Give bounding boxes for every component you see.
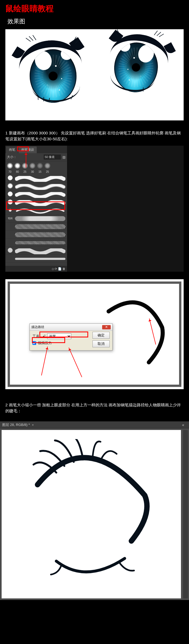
tool-select[interactable]: 画笔 bbox=[47, 333, 71, 339]
arrow-annotation bbox=[26, 152, 26, 168]
document-tab-title[interactable]: 图层 28, RGB/8) * bbox=[2, 422, 30, 427]
brush-toggle-icon[interactable]: ▤ bbox=[62, 155, 65, 159]
brush-row[interactable] bbox=[5, 247, 67, 255]
panel-footer: ◇ ⟳ 📄 🗑 bbox=[5, 266, 67, 272]
chevron-left-icon[interactable]: « bbox=[179, 423, 187, 427]
brush-row[interactable]: 笔刷 bbox=[5, 215, 67, 223]
cancel-button[interactable]: 取消 bbox=[92, 340, 110, 347]
brush-row[interactable] bbox=[5, 231, 67, 239]
brush-row[interactable] bbox=[5, 174, 67, 182]
brush-row[interactable] bbox=[5, 255, 67, 263]
brush-row[interactable] bbox=[5, 239, 67, 247]
dialog-title: 描边路径 bbox=[31, 325, 44, 329]
brush-row[interactable] bbox=[5, 223, 67, 231]
size-label: 大小： bbox=[7, 155, 17, 159]
brush-panel-screenshot: 画笔 画笔预设 大小： 50 像素 ▤ 70 80 25 30 15 25 bbox=[5, 146, 184, 272]
ok-button[interactable]: 确定 bbox=[92, 332, 110, 339]
section-result-title: 效果图 bbox=[0, 15, 189, 29]
sim-pressure-label: 模拟压力 bbox=[38, 341, 52, 345]
page-title: 鼠绘眼睛教程 bbox=[0, 0, 189, 15]
vertical-scrollbar[interactable] bbox=[183, 430, 188, 598]
tool-label: 工具: bbox=[32, 334, 40, 339]
brush-row[interactable] bbox=[5, 190, 67, 198]
brush-row[interactable] bbox=[5, 182, 67, 190]
brush-tab[interactable]: 画笔 bbox=[6, 146, 18, 153]
brush-row-selected[interactable] bbox=[5, 207, 67, 215]
close-icon[interactable]: × bbox=[32, 423, 34, 426]
result-image bbox=[5, 29, 184, 120]
brush-row[interactable] bbox=[5, 198, 67, 207]
brush-preset-tab[interactable]: 画笔预设 bbox=[18, 146, 37, 153]
brush-icon: 🖌 bbox=[42, 334, 46, 338]
stroke-path-screenshot: 描边路径 ✕ 工具: 🖌 画笔 模拟压力 确定 取消 bbox=[5, 279, 184, 389]
stroke-path-dialog: 描边路径 ✕ 工具: 🖌 画笔 模拟压力 确定 取消 bbox=[29, 323, 113, 351]
lash-canvas-screenshot: 图层 28, RGB/8) * × « bbox=[0, 421, 189, 600]
step1-text: 1 新建画布（2000 3000 300） 先设置好画笔 选择好笔刷 在结合钢笔… bbox=[0, 128, 189, 146]
step2-text: 2 画笔大小缩小一些 加粗上眼皮部分 在用上方一样的方法 画布加钢笔描边路径给人… bbox=[0, 400, 189, 418]
close-icon[interactable]: ✕ bbox=[102, 325, 111, 329]
sim-pressure-checkbox[interactable] bbox=[32, 341, 36, 345]
size-value[interactable]: 50 像素 bbox=[44, 154, 61, 160]
